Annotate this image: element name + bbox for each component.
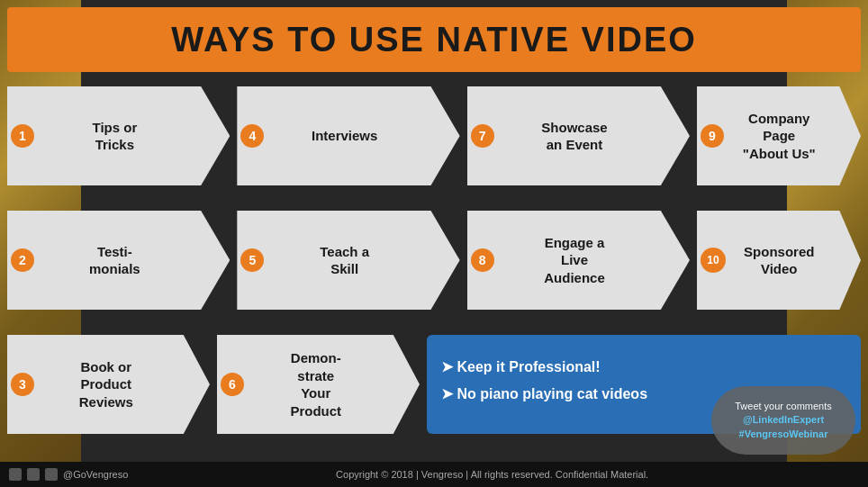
arrow-8: 8 Engage aLiveAudience: [467, 211, 690, 310]
num-5: 5: [240, 248, 264, 272]
arrow-6: 6 Demon-strateYourProduct: [217, 335, 420, 434]
num-7: 7: [471, 124, 494, 148]
promo-line2: ➤ No piano playing cat videos: [441, 384, 647, 404]
label-7: Showcasean Event: [541, 119, 607, 154]
item-4: 4 Interviews: [237, 86, 459, 185]
num-6: 6: [221, 373, 244, 396]
label-8: Engage aLiveAudience: [544, 234, 605, 287]
label-6: Demon-strateYourProduct: [290, 349, 341, 419]
row-2: 2 Testi-monials 5 Teach aSkill 8 Engage …: [7, 211, 861, 310]
num-8: 8: [471, 248, 494, 272]
item-9: 9 CompanyPage"About Us": [697, 86, 861, 185]
tweet-line1: Tweet your comments: [735, 400, 832, 413]
item-6: 6 Demon-strateYourProduct: [217, 335, 420, 434]
item-3: 3 Book orProductReviews: [7, 335, 210, 434]
slide: WAYS TO USE NATIVE VIDEO 1 Tips orTricks…: [0, 0, 868, 487]
num-2: 2: [11, 248, 34, 272]
label-4: Interviews: [312, 127, 377, 145]
promo-line1: ➤ Keep it Professional!: [441, 357, 601, 377]
footer-bar: @GoVengreso Copyright © 2018 | Vengreso …: [0, 462, 868, 487]
num-9: 9: [701, 124, 724, 148]
tweet-line3: #VengresoWebinar: [739, 428, 828, 441]
footer-handle: @GoVengreso: [63, 469, 128, 480]
footer-spacer: [856, 469, 859, 480]
arrow-9: 9 CompanyPage"About Us": [697, 86, 861, 185]
arrow-7: 7 Showcasean Event: [467, 86, 690, 185]
arrow-1: 1 Tips orTricks: [7, 86, 230, 185]
arrow-4: 4 Interviews: [237, 86, 459, 185]
tweet-box: Tweet your comments @LinkedInExpert #Ven…: [711, 386, 855, 455]
num-1: 1: [11, 124, 34, 148]
item-5: 5 Teach aSkill: [237, 211, 459, 310]
arrow-5: 5 Teach aSkill: [237, 211, 459, 310]
label-3: Book orProductReviews: [79, 358, 133, 411]
label-2: Testi-monials: [89, 243, 140, 278]
item-10: 10 SponsoredVideo: [697, 211, 861, 310]
num-10: 10: [701, 248, 726, 273]
footer-copyright: Copyright © 2018 | Vengreso | All rights…: [336, 469, 648, 480]
arrow-2: 2 Testi-monials: [7, 211, 230, 310]
label-5: Teach aSkill: [320, 243, 369, 278]
arrow-10: 10 SponsoredVideo: [697, 211, 861, 310]
item-2: 2 Testi-monials: [7, 211, 230, 310]
icon-edit: [27, 468, 40, 481]
icon-cursor: [45, 468, 58, 481]
arrow-3: 3 Book orProductReviews: [7, 335, 210, 434]
num-3: 3: [11, 373, 34, 396]
label-9: CompanyPage"About Us": [743, 110, 816, 163]
slide-title: WAYS TO USE NATIVE VIDEO: [171, 21, 697, 59]
label-10: SponsoredVideo: [744, 243, 814, 278]
header-bar: WAYS TO USE NATIVE VIDEO: [7, 7, 861, 72]
item-7: 7 Showcasean Event: [467, 86, 690, 185]
tweet-line2: @LinkedInExpert: [743, 413, 824, 427]
item-8: 8 Engage aLiveAudience: [467, 211, 690, 310]
item-1: 1 Tips orTricks: [7, 86, 230, 185]
label-1: Tips orTricks: [92, 119, 137, 154]
num-4: 4: [240, 124, 264, 148]
icon-pencil: [9, 468, 22, 481]
row-1: 1 Tips orTricks 4 Interviews 7 Showcasea…: [7, 86, 861, 185]
